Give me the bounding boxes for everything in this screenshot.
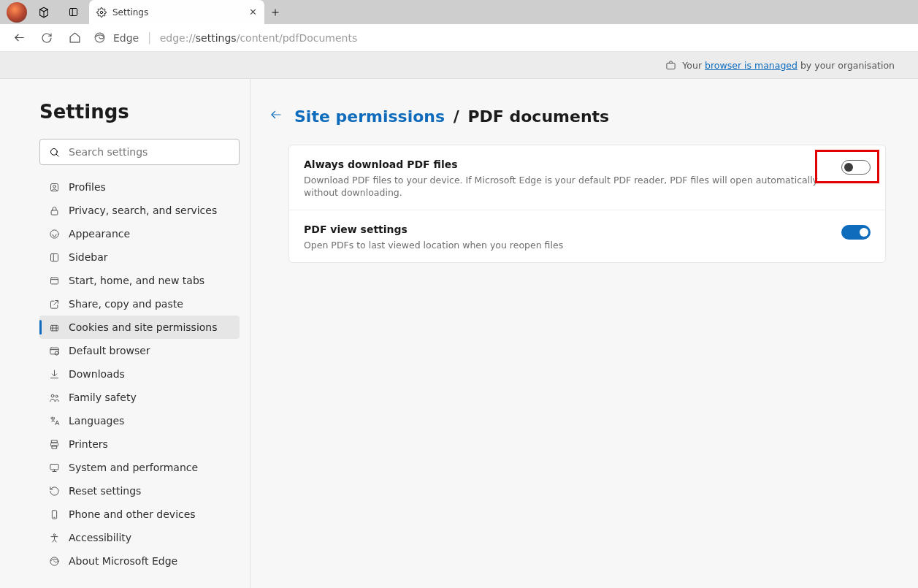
sidebar-item-cookies-and-site-permissions[interactable]: Cookies and site permissions	[39, 316, 240, 339]
refresh-icon	[41, 32, 53, 44]
sidebar-item-accessibility[interactable]: Accessibility	[39, 526, 240, 549]
appearance-icon	[48, 229, 60, 240]
sidebar-item-family-safety[interactable]: Family safety	[39, 386, 240, 409]
setting-title: PDF view settings	[304, 224, 824, 235]
home-tab-icon	[48, 275, 60, 286]
home-button[interactable]	[61, 25, 88, 51]
sidebar-item-phone-and-other-devices[interactable]: Phone and other devices	[39, 503, 240, 526]
plus-icon	[270, 7, 280, 18]
back-button[interactable]	[6, 25, 32, 51]
back-arrow-button[interactable]	[267, 105, 286, 127]
sidebar-item-label: Start, home, and new tabs	[69, 275, 204, 286]
page-title: Settings	[39, 101, 240, 123]
sidebar-item-label: Languages	[69, 415, 124, 427]
gear-icon	[96, 7, 107, 18]
sidebar-item-label: Privacy, search, and services	[69, 205, 217, 216]
sidebar-item-start-home-and-new-tabs[interactable]: Start, home, and new tabs	[39, 269, 240, 292]
svg-rect-14	[50, 253, 58, 261]
language-icon	[48, 416, 60, 427]
family-icon	[48, 392, 60, 403]
toggle-switch[interactable]	[841, 225, 871, 240]
tab-actions-button[interactable]	[58, 0, 88, 24]
sidebar-item-label: About Microsoft Edge	[69, 555, 177, 567]
svg-line-9	[56, 154, 58, 156]
url-text: edge://settings/content/pdfDocuments	[160, 32, 358, 44]
managed-link[interactable]: browser is managed	[705, 60, 797, 71]
avatar	[7, 2, 27, 23]
svg-point-36	[53, 533, 56, 535]
accessibility-icon	[48, 532, 60, 543]
system-icon	[48, 462, 60, 473]
toolbar: Edge │ edge://settings/content/pdfDocume…	[0, 24, 918, 52]
sidebar-item-system-and-performance[interactable]: System and performance	[39, 456, 240, 479]
svg-point-11	[53, 185, 56, 188]
sidebar-item-downloads[interactable]: Downloads	[39, 362, 240, 386]
sidebar-item-share-copy-and-paste[interactable]: Share, copy and paste	[39, 292, 240, 316]
download-icon	[48, 369, 60, 380]
layout: Settings ProfilesPrivacy, search, and se…	[0, 79, 918, 588]
sidebar-icon	[48, 252, 60, 263]
search-icon	[49, 147, 60, 158]
close-tab-button[interactable]: ✕	[249, 7, 257, 18]
titlebar: Settings ✕	[0, 0, 918, 24]
edge-logo-icon	[93, 31, 106, 44]
sidebar-item-languages[interactable]: Languages	[39, 409, 240, 432]
workspaces-button[interactable]	[29, 0, 58, 24]
setting-row: Always download PDF filesDownload PDF fi…	[289, 145, 885, 210]
new-tab-button[interactable]	[264, 7, 286, 18]
reset-icon	[48, 486, 60, 497]
svg-rect-0	[69, 9, 77, 16]
profile-icon	[48, 182, 60, 193]
edge-logo-icon	[48, 556, 60, 567]
home-icon	[69, 31, 81, 44]
sidebar-item-label: Family safety	[69, 392, 137, 403]
svg-rect-7	[667, 63, 675, 69]
sidebar-item-label: Reset settings	[69, 485, 141, 497]
svg-point-27	[56, 395, 58, 397]
sidebar-item-label: Phone and other devices	[69, 508, 196, 520]
sidebar-item-label: Appearance	[69, 228, 130, 240]
search-input[interactable]	[69, 146, 230, 158]
cube-icon	[38, 7, 50, 18]
browser-icon	[48, 345, 60, 356]
breadcrumb-parent[interactable]: Site permissions	[294, 107, 445, 126]
sidebar-item-appearance[interactable]: Appearance	[39, 222, 240, 245]
breadcrumb-title: Site permissions / PDF documents	[294, 107, 609, 126]
tab-actions-icon	[68, 7, 79, 18]
svg-point-2	[100, 11, 103, 14]
address-bar[interactable]: Edge │ edge://settings/content/pdfDocume…	[93, 31, 357, 44]
setting-description: Download PDF files to your device. If Mi…	[304, 175, 824, 199]
sidebar-item-label: Downloads	[69, 368, 125, 380]
sidebar-nav: ProfilesPrivacy, search, and servicesApp…	[39, 175, 240, 573]
lock-icon	[48, 205, 60, 216]
svg-rect-31	[50, 464, 58, 470]
avatar-button[interactable]	[0, 0, 29, 24]
sidebar-item-printers[interactable]: Printers	[39, 432, 240, 456]
setting-description: Open PDFs to last viewed location when y…	[304, 240, 824, 252]
breadcrumb: Site permissions / PDF documents	[267, 105, 886, 127]
setting-row: PDF view settingsOpen PDFs to last viewe…	[289, 210, 885, 262]
sidebar-item-label: Profiles	[69, 181, 106, 193]
sidebar-item-default-browser[interactable]: Default browser	[39, 339, 240, 362]
search-settings[interactable]	[39, 139, 240, 165]
sidebar-item-sidebar[interactable]: Sidebar	[39, 245, 240, 269]
toggle-switch[interactable]	[841, 160, 871, 175]
printer-icon	[48, 439, 60, 450]
sidebar-item-privacy-search-and-services[interactable]: Privacy, search, and services	[39, 199, 240, 222]
svg-rect-12	[51, 210, 58, 214]
sidebar-item-reset-settings[interactable]: Reset settings	[39, 479, 240, 503]
sidebar-item-label: Printers	[69, 438, 108, 450]
arrow-left-icon	[269, 108, 283, 121]
sidebar-item-label: System and performance	[69, 462, 198, 473]
tab-settings[interactable]: Settings ✕	[89, 0, 264, 24]
tab-title: Settings	[112, 7, 243, 18]
sidebar-item-about-microsoft-edge[interactable]: About Microsoft Edge	[39, 549, 240, 573]
svg-rect-16	[50, 278, 58, 284]
main: Site permissions / PDF documents Always …	[250, 79, 918, 588]
sidebar-item-label: Default browser	[69, 345, 150, 356]
sidebar-item-profiles[interactable]: Profiles	[39, 175, 240, 199]
sidebar-item-label: Cookies and site permissions	[69, 321, 218, 333]
refresh-button[interactable]	[34, 25, 60, 51]
breadcrumb-current: PDF documents	[467, 107, 609, 126]
briefcase-icon	[665, 60, 676, 71]
